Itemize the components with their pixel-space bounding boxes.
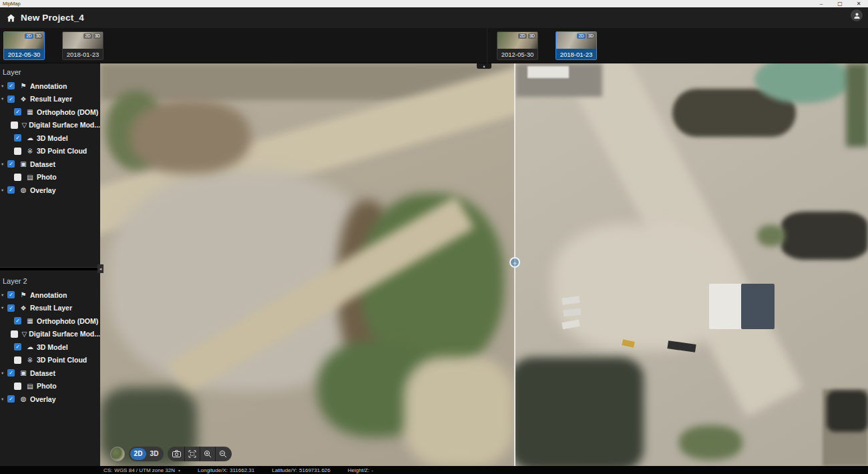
layer-row-annotation[interactable]: ▾✓⚑Annotation: [0, 288, 100, 302]
layer-label: Digital Surface Mod...: [29, 121, 100, 129]
chevron-down-icon[interactable]: ▾: [1, 83, 7, 89]
basemap-switcher[interactable]: [110, 447, 125, 461]
terrain-patch: [709, 284, 742, 329]
layer-row-annotation[interactable]: ▾✓⚑Annotation: [0, 79, 100, 93]
checkbox-checked[interactable]: ✓: [7, 369, 15, 377]
badge-2d[interactable]: 2D: [25, 33, 33, 39]
coordinate-system-selector[interactable]: CS: WGS 84 / UTM zone 32N ▾: [103, 467, 180, 473]
page-title: New Project_4: [21, 13, 84, 23]
layer-row-3d-model[interactable]: ▾✓☁3D Model: [0, 340, 100, 354]
view-badges: 2D3D: [83, 33, 101, 39]
chevron-down-icon[interactable]: ▾: [1, 96, 7, 101]
layer-panel-2: Layer 2 ▾✓⚑Annotation▾✓❖Result Layer▾✓▦O…: [0, 272, 100, 406]
terrain-patch: [527, 66, 569, 78]
checkbox-unchecked[interactable]: [14, 148, 21, 155]
checkbox-checked[interactable]: ✓: [14, 108, 21, 115]
checkbox-checked[interactable]: ✓: [7, 304, 15, 312]
badge-3d[interactable]: 3D: [93, 33, 101, 39]
chevron-down-icon[interactable]: ▾: [1, 305, 7, 310]
checkbox-checked[interactable]: ✓: [7, 291, 15, 298]
left-right-arrows-icon: ◃▹: [513, 260, 517, 265]
layer-row-result-layer[interactable]: ▾✓❖Result Layer: [0, 302, 100, 315]
layer-row-orthophoto-dom[interactable]: ▾✓▦Orthophoto (DOM): [0, 314, 100, 328]
terrain-patch: [846, 63, 868, 147]
checkbox-checked[interactable]: ✓: [7, 82, 15, 89]
thumb-group-left: 2D3D2012-05-302D3D2018-01-23: [3, 31, 103, 60]
layer-label: Annotation: [30, 291, 67, 299]
model-icon: ☁: [25, 134, 35, 142]
compare-thumbnail-strip: 2D3D2012-05-302D3D2018-01-23 2D3D2012-05…: [0, 28, 868, 63]
layer-row-result-layer[interactable]: ▾✓❖Result Layer: [0, 93, 100, 106]
layer-label: Overlay: [30, 395, 56, 403]
checkbox-checked[interactable]: ✓: [7, 186, 15, 194]
layer-row-orthophoto-dom[interactable]: ▾✓▦Orthophoto (DOM): [0, 105, 100, 119]
zoom-out-icon[interactable]: [215, 447, 230, 461]
thumbnail-2018-01-23[interactable]: 2D3D2018-01-23: [556, 31, 597, 60]
layer-row-3d-point-cloud[interactable]: ▾※3D Point Cloud: [0, 145, 100, 158]
layer-row-3d-model[interactable]: ▾✓☁3D Model: [0, 132, 100, 145]
checkbox-unchecked[interactable]: [11, 330, 18, 338]
checkbox-checked[interactable]: ✓: [7, 395, 15, 403]
os-app-name: MipMap: [3, 1, 21, 7]
chevron-down-icon[interactable]: ▾: [1, 397, 7, 402]
photo-icon: ▤: [25, 383, 35, 390]
overlay-icon: ◍: [19, 186, 28, 194]
terrain-patch: [741, 284, 775, 329]
pointcloud-icon: ※: [25, 148, 35, 155]
checkbox-unchecked[interactable]: [14, 383, 21, 390]
collapse-strip-tab[interactable]: ▲: [477, 63, 491, 69]
chevron-down-icon[interactable]: ▾: [1, 162, 7, 167]
home-icon[interactable]: [7, 14, 15, 22]
aerial-imagery-right[interactable]: [515, 63, 868, 466]
chevron-down-icon[interactable]: ▾: [1, 292, 7, 298]
zoom-in-icon[interactable]: [200, 447, 215, 461]
layer-row-digital-surface-mod[interactable]: ▾▽Digital Surface Mod...: [0, 328, 100, 341]
badge-2d[interactable]: 2D: [518, 33, 526, 39]
map-tools-group: [168, 447, 232, 461]
thumbnail-2018-01-23[interactable]: 2D3D2018-01-23: [62, 31, 103, 60]
checkbox-checked[interactable]: ✓: [14, 317, 21, 324]
layer-label: 3D Model: [37, 134, 68, 142]
thumbnail-2012-05-30[interactable]: 2D3D2012-05-30: [497, 31, 538, 60]
layer-row-3d-point-cloud[interactable]: ▾※3D Point Cloud: [0, 354, 100, 367]
layer-row-photo[interactable]: ▾▤Photo: [0, 171, 100, 184]
checkbox-unchecked[interactable]: [14, 357, 21, 364]
user-avatar[interactable]: [851, 9, 863, 21]
layer-row-dataset[interactable]: ▾✓▣Dataset: [0, 367, 100, 380]
layer-row-dataset[interactable]: ▾✓▣Dataset: [0, 158, 100, 171]
extent-icon[interactable]: [184, 447, 200, 461]
badge-2d[interactable]: 2D: [577, 33, 585, 39]
photo-icon: ▤: [25, 174, 35, 181]
view-3d-button[interactable]: 3D: [146, 448, 162, 460]
aerial-imagery-left[interactable]: [100, 63, 514, 466]
layer-label: Orthophoto (DOM): [37, 317, 98, 325]
layer-label: Photo: [37, 382, 57, 390]
close-icon[interactable]: ✕: [849, 1, 868, 7]
maximize-icon[interactable]: ▢: [831, 1, 849, 7]
badge-2d[interactable]: 2D: [83, 33, 91, 39]
checkbox-unchecked[interactable]: [14, 174, 21, 181]
badge-3d[interactable]: 3D: [528, 33, 536, 39]
layer-row-overlay[interactable]: ▾✓◍Overlay: [0, 184, 100, 197]
chevron-down-icon[interactable]: ▾: [1, 371, 7, 376]
panel-collapse-handle[interactable]: ◂: [97, 264, 103, 273]
checkbox-checked[interactable]: ✓: [7, 95, 15, 103]
minimize-icon[interactable]: –: [812, 1, 831, 7]
swipe-handle[interactable]: ◃▹: [509, 257, 520, 268]
chevron-up-icon: ▲: [483, 64, 486, 68]
layer-row-digital-surface-mod[interactable]: ▾▽Digital Surface Mod...: [0, 119, 100, 132]
checkbox-checked[interactable]: ✓: [7, 160, 15, 168]
view-2d-button[interactable]: 2D: [130, 448, 146, 460]
chevron-down-icon[interactable]: ▾: [1, 188, 7, 193]
thumbnail-date: 2012-05-30: [497, 49, 537, 59]
layer-row-photo[interactable]: ▾▤Photo: [0, 380, 100, 393]
checkbox-checked[interactable]: ✓: [14, 134, 21, 142]
thumbnail-2012-05-30[interactable]: 2D3D2012-05-30: [3, 31, 45, 60]
camera-icon[interactable]: [169, 447, 184, 461]
badge-3d[interactable]: 3D: [35, 33, 43, 39]
badge-3d[interactable]: 3D: [587, 33, 595, 39]
layer-row-overlay[interactable]: ▾✓◍Overlay: [0, 393, 100, 406]
checkbox-unchecked[interactable]: [11, 122, 18, 129]
overlay-icon: ◍: [19, 395, 28, 403]
checkbox-checked[interactable]: ✓: [14, 343, 21, 350]
